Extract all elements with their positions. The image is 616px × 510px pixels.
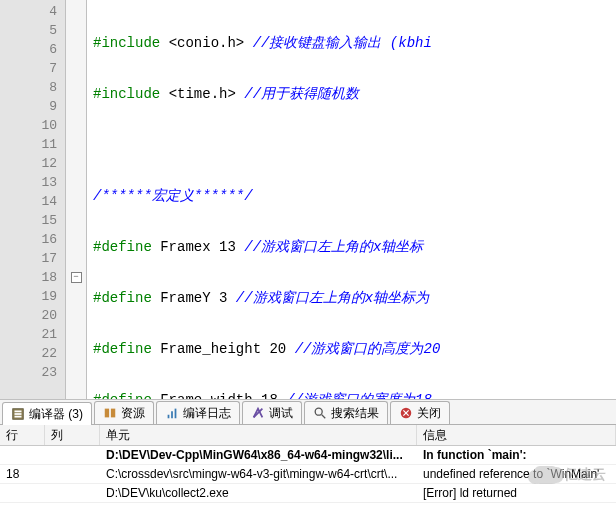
output-tabbar: 编译器 (3) 资源 编译日志 调试 搜索结果: [0, 400, 616, 425]
tab-compiler-label: 编译器 (3): [29, 406, 83, 423]
message-row[interactable]: D:\DEV\Dev-Cpp\MinGW64\x86_64-w64-mingw3…: [0, 446, 616, 465]
line-number: 20: [0, 306, 65, 325]
code-comment: //游戏窗口的宽度为18: [286, 392, 432, 399]
tab-debug[interactable]: 调试: [242, 401, 302, 424]
line-number: 6: [0, 40, 65, 59]
code-comment: /******宏定义******/: [93, 188, 253, 204]
line-number: 15: [0, 211, 65, 230]
svg-rect-2: [15, 413, 22, 415]
tab-compile-log-label: 编译日志: [183, 405, 231, 422]
line-number: 11: [0, 135, 65, 154]
svg-rect-7: [171, 411, 173, 418]
tab-compiler[interactable]: 编译器 (3): [2, 402, 92, 425]
code-comment: //用于获得随机数: [244, 86, 359, 102]
line-number: 14: [0, 192, 65, 211]
svg-rect-4: [105, 409, 109, 418]
svg-rect-8: [175, 409, 177, 419]
debug-icon: [251, 406, 265, 420]
pp-directive: #include: [93, 86, 160, 102]
line-number: 4: [0, 2, 65, 21]
code-area[interactable]: #include <conio.h> //接收键盘输入输出 (kbhi #inc…: [87, 0, 616, 399]
message-row[interactable]: D:\DEV\ku\collect2.exe [Error] ld return…: [0, 484, 616, 503]
tab-close-label: 关闭: [417, 405, 441, 422]
line-number: 18: [0, 268, 65, 287]
messages-list[interactable]: D:\DEV\Dev-Cpp\MinGW64\x86_64-w64-mingw3…: [0, 446, 616, 510]
line-number: 5: [0, 21, 65, 40]
pp-directive: #define: [93, 392, 152, 399]
line-number: 19: [0, 287, 65, 306]
tab-search-results[interactable]: 搜索结果: [304, 401, 388, 424]
col-header-col[interactable]: 列: [45, 425, 100, 445]
line-number: 9: [0, 97, 65, 116]
messages-header: 行 列 单元 信息: [0, 425, 616, 446]
log-icon: [165, 406, 179, 420]
code-comment: //游戏窗口左上角的x轴坐标为: [236, 290, 429, 306]
pp-directive: #define: [93, 341, 152, 357]
tab-debug-label: 调试: [269, 405, 293, 422]
search-icon: [313, 406, 327, 420]
pp-directive: #define: [93, 290, 152, 306]
tab-resources[interactable]: 资源: [94, 401, 154, 424]
fold-toggle-icon[interactable]: −: [71, 272, 82, 283]
col-header-row[interactable]: 行: [0, 425, 45, 445]
line-number: 17: [0, 249, 65, 268]
pp-directive: #define: [93, 239, 152, 255]
line-number: 16: [0, 230, 65, 249]
tab-close[interactable]: 关闭: [390, 401, 450, 424]
line-number: 13: [0, 173, 65, 192]
ide-window: 4 5 6 7 8 9 10 11 12 13 14 15 16 17 18 1…: [0, 0, 616, 510]
code-comment: //接收键盘输入输出 (kbhi: [253, 35, 432, 51]
svg-rect-6: [168, 415, 170, 419]
col-header-unit[interactable]: 单元: [100, 425, 417, 445]
line-number: 7: [0, 59, 65, 78]
line-number: 23: [0, 363, 65, 382]
compiler-icon: [11, 407, 25, 421]
line-number: 10: [0, 116, 65, 135]
close-icon: [399, 406, 413, 420]
svg-rect-3: [15, 416, 22, 418]
svg-rect-5: [111, 409, 115, 418]
fold-column: −: [66, 0, 87, 399]
message-row[interactable]: 18 C:\crossdev\src\mingw-w64-v3-git\ming…: [0, 465, 616, 484]
line-number-gutter: 4 5 6 7 8 9 10 11 12 13 14 15 16 17 18 1…: [0, 0, 66, 399]
code-comment: //游戏窗口左上角的x轴坐标: [244, 239, 423, 255]
tab-compile-log[interactable]: 编译日志: [156, 401, 240, 424]
svg-point-9: [315, 408, 322, 415]
svg-line-10: [322, 415, 326, 419]
col-header-info[interactable]: 信息: [417, 425, 616, 445]
pp-directive: #include: [93, 35, 160, 51]
line-number: 21: [0, 325, 65, 344]
svg-rect-1: [15, 411, 22, 413]
tab-resources-label: 资源: [121, 405, 145, 422]
line-number: 8: [0, 78, 65, 97]
line-number: 12: [0, 154, 65, 173]
code-comment: //游戏窗口的高度为20: [295, 341, 441, 357]
tab-search-results-label: 搜索结果: [331, 405, 379, 422]
resources-icon: [103, 406, 117, 420]
line-number: 22: [0, 344, 65, 363]
code-editor[interactable]: 4 5 6 7 8 9 10 11 12 13 14 15 16 17 18 1…: [0, 0, 616, 400]
